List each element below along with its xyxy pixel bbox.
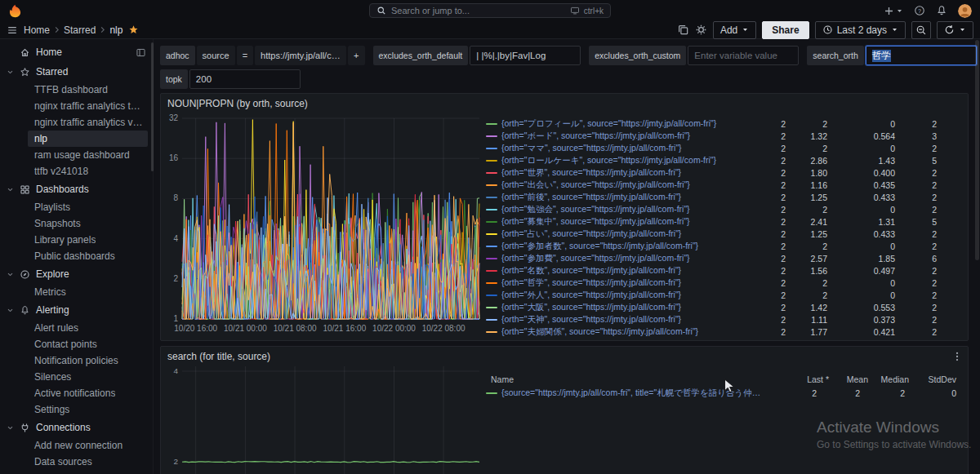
page-scrollbar[interactable] xyxy=(975,40,979,472)
sidebar-item-snapshots[interactable]: Snapshots xyxy=(0,215,153,232)
sidebar-item-home[interactable]: Home xyxy=(0,42,153,62)
series-label[interactable]: {orth="夫婦関係", source="https://jmty.jp/al… xyxy=(501,326,751,338)
breadcrumb-item-starred[interactable]: Starred xyxy=(64,24,96,36)
legend-series-row[interactable]: {orth="ママ", source="https://jmty.jp/all/… xyxy=(486,142,961,154)
series-label[interactable]: {orth="ボード", source="https://jmty.jp/all… xyxy=(501,131,751,142)
series-label[interactable]: {orth="占い", source="https://jmty.jp/all/… xyxy=(501,228,751,240)
sidebar-item-nlp[interactable]: nlp xyxy=(28,131,148,147)
legend-series-row[interactable]: {orth="大阪", source="https://jmty.jp/all/… xyxy=(486,301,961,313)
dashboard-settings-button[interactable] xyxy=(695,24,707,36)
timeseries-chart[interactable]: 3216842110/20 16:0010/21 00:0010/21 08:0… xyxy=(161,113,484,340)
legend-series-row[interactable]: {orth="勉強会", source="https://jmty.jp/all… xyxy=(486,203,961,215)
series-label[interactable]: {orth="外人", source="https://jmty.jp/all/… xyxy=(501,290,751,301)
mega-menu-toggle-button[interactable] xyxy=(7,24,18,36)
series-label[interactable]: {orth="募集中", source="https://jmty.jp/all… xyxy=(501,216,751,228)
favorite-star-button[interactable] xyxy=(128,24,139,35)
refresh-button[interactable] xyxy=(937,21,973,39)
panel-title[interactable]: search (for title, source) xyxy=(161,347,968,366)
sidebar-item-starred[interactable]: Starred xyxy=(0,62,153,82)
legend-series-row[interactable]: {orth="夫婦関係", source="https://jmty.jp/al… xyxy=(486,326,961,338)
sidebar-item-settings[interactable]: Settings xyxy=(0,401,153,418)
series-label[interactable]: {orth="天神", source="https://jmty.jp/all/… xyxy=(501,314,751,326)
share-button[interactable]: Share xyxy=(762,21,808,39)
sidebar-item-dashboards[interactable]: Dashboards xyxy=(0,179,153,199)
series-label[interactable]: {orth="参加者数", source="https://jmty.jp/al… xyxy=(501,241,751,252)
scrollbar-thumb[interactable] xyxy=(975,40,979,260)
undock-menu-button[interactable] xyxy=(136,47,146,58)
sidebar-item-alerting[interactable]: Alerting xyxy=(0,300,153,320)
user-avatar[interactable] xyxy=(958,4,972,18)
series-label[interactable]: {orth="哲学", source="https://jmty.jp/all/… xyxy=(501,277,751,289)
legend-series-row[interactable]: {orth="名数", source="https://jmty.jp/all/… xyxy=(486,264,961,277)
adhoc-key-segment[interactable]: source xyxy=(197,46,235,65)
panel-title[interactable]: NOUN|PROPN (by orth, source) xyxy=(161,94,968,113)
sidebar-item-ttfb-v241018[interactable]: ttfb v241018 xyxy=(0,163,153,179)
legend-series-row[interactable]: {orth="参加費", source="https://jmty.jp/all… xyxy=(486,252,961,264)
sidebar-item-administration[interactable]: Administration xyxy=(0,470,153,474)
legend-series-row[interactable]: {orth="世界", source="https://jmty.jp/all/… xyxy=(486,166,961,179)
copy-dashboard-button[interactable] xyxy=(677,24,689,36)
series-label[interactable]: {orth="勉強会", source="https://jmty.jp/all… xyxy=(501,204,751,215)
topk-input[interactable]: 200 xyxy=(189,69,301,89)
sidebar-item-metrics[interactable]: Metrics xyxy=(0,284,153,300)
series-label[interactable]: {orth="ロールケーキ", source="https://jmty.jp/… xyxy=(501,155,751,166)
legend-series-row[interactable]: {orth="ボード", source="https://jmty.jp/all… xyxy=(486,130,961,142)
legend-series-row[interactable]: {orth="前後", source="https://jmty.jp/all/… xyxy=(486,191,961,203)
sidebar-item-data-sources[interactable]: Data sources xyxy=(0,454,153,470)
timeseries-chart[interactable]: 42 xyxy=(161,366,484,474)
sidebar-item-library-panels[interactable]: Library panels xyxy=(0,232,153,248)
excludes-orth-custom-input[interactable]: Enter variable value xyxy=(688,46,799,65)
legend-series-row[interactable]: {orth="占い", source="https://jmty.jp/all/… xyxy=(486,228,961,240)
column-header-stddev[interactable]: StdDev xyxy=(909,374,956,384)
adhoc-add-filter-button[interactable]: + xyxy=(348,46,364,65)
column-header-name[interactable]: Name xyxy=(486,374,780,384)
zoom-out-button[interactable] xyxy=(911,21,931,39)
sidebar-scrollbar[interactable] xyxy=(151,42,154,171)
adhoc-operator-segment[interactable]: = xyxy=(237,46,253,65)
sidebar-item-add-new-connection[interactable]: Add new connection xyxy=(0,437,153,454)
series-label[interactable]: {orth="大阪", source="https://jmty.jp/all/… xyxy=(501,302,751,313)
panel-menu-button[interactable] xyxy=(951,351,963,362)
new-menu-button[interactable] xyxy=(884,6,903,16)
legend-series-row[interactable]: {orth="参加者数", source="https://jmty.jp/al… xyxy=(486,240,961,252)
sidebar-item-active-notifications[interactable]: Active notifications xyxy=(0,385,153,401)
breadcrumb-item-nlp[interactable]: nlp xyxy=(109,24,122,36)
help-button[interactable]: ? xyxy=(914,5,925,16)
search-bar[interactable]: Search or jump to... ctrl+k xyxy=(369,3,611,18)
series-label[interactable]: {orth="世界", source="https://jmty.jp/all/… xyxy=(501,167,751,179)
notifications-button[interactable] xyxy=(936,5,947,16)
legend-series-row[interactable]: {orth="哲学", source="https://jmty.jp/all/… xyxy=(486,277,961,289)
legend-series-row[interactable]: {orth="プロフィール", source="https://jmty.jp/… xyxy=(486,117,961,130)
series-label[interactable]: {orth="プロフィール", source="https://jmty.jp/… xyxy=(501,118,751,130)
series-label[interactable]: {orth="ママ", source="https://jmty.jp/all/… xyxy=(501,143,751,154)
legend-series-row[interactable]: {orth="募集中", source="https://jmty.jp/all… xyxy=(486,215,961,228)
series-label[interactable]: {orth="前後", source="https://jmty.jp/all/… xyxy=(501,192,751,203)
legend-series-row[interactable]: {orth="天神", source="https://jmty.jp/all/… xyxy=(486,313,961,326)
sidebar-item-alert-rules[interactable]: Alert rules xyxy=(0,320,153,336)
sidebar-item-public-dashboards[interactable]: Public dashboards xyxy=(0,248,153,264)
column-header-mean[interactable]: Mean xyxy=(829,374,868,384)
grafana-logo[interactable] xyxy=(8,4,22,18)
sidebar-item-explore[interactable]: Explore xyxy=(0,264,153,284)
sidebar-item-playlists[interactable]: Playlists xyxy=(0,199,153,215)
search-orth-input[interactable]: 哲学 xyxy=(866,46,977,65)
legend-series-row[interactable]: {orth="外人", source="https://jmty.jp/all/… xyxy=(486,289,961,301)
adhoc-value-segment[interactable]: https://jmty.jp/all/com-fri xyxy=(255,46,346,65)
sidebar-item-silences[interactable]: Silences xyxy=(0,369,153,385)
legend-series-row[interactable]: {orth="出会い", source="https://jmty.jp/all… xyxy=(486,179,961,191)
sidebar-item-ttfb-dashboard[interactable]: TTFB dashboard xyxy=(0,82,153,98)
sidebar-item-notification-policies[interactable]: Notification policies xyxy=(0,352,153,369)
series-label[interactable]: {orth="出会い", source="https://jmty.jp/all… xyxy=(501,179,751,191)
series-label[interactable]: {orth="参加費", source="https://jmty.jp/all… xyxy=(501,253,751,264)
sidebar-item-nginx-traffic-analytics-v241015[interactable]: nginx traffic analytics v241015 xyxy=(0,114,153,131)
legend-series-row[interactable]: {orth="ロールケーキ", source="https://jmty.jp/… xyxy=(486,154,961,166)
sidebar-item-contact-points[interactable]: Contact points xyxy=(0,336,153,352)
time-range-picker-button[interactable]: Last 2 days xyxy=(815,21,906,39)
legend-table-row[interactable]: {source="https://jmty.jp/all/com-fri", t… xyxy=(486,387,961,400)
add-button[interactable]: Add xyxy=(713,21,756,39)
excludes-orth-default-input[interactable]: | |%|.|by|Fav|Log xyxy=(470,46,581,65)
sidebar-item-ram-usage-dashboard[interactable]: ram usage dashboard xyxy=(0,147,153,163)
sidebar-item-connections[interactable]: Connections xyxy=(0,418,153,437)
column-header-median[interactable]: Median xyxy=(868,374,909,384)
sidebar-item-nginx-traffic-analytics-tmp-c[interactable]: nginx traffic analytics tmp C xyxy=(0,98,153,114)
